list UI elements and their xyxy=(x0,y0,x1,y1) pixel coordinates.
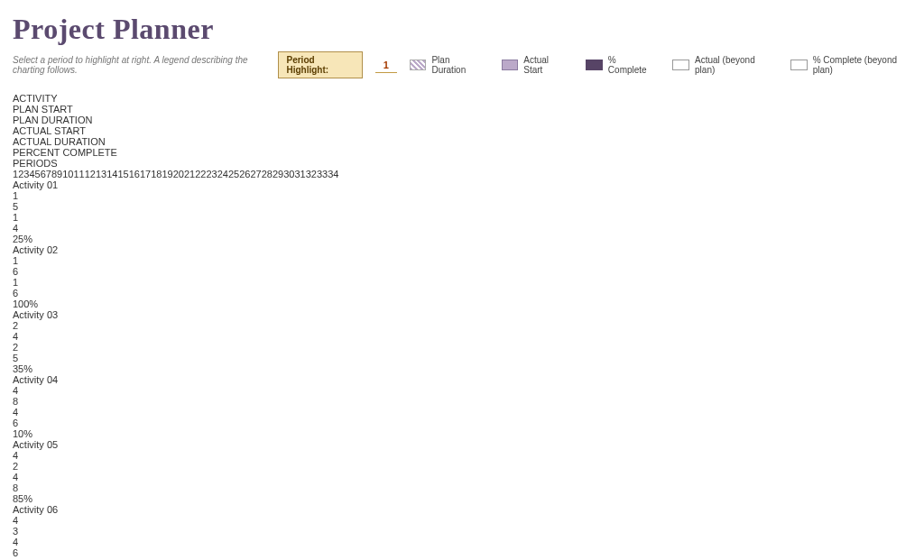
plan-start-value: 4 xyxy=(13,450,911,461)
plan-start-value: 1 xyxy=(13,255,911,266)
hint-text: Select a period to highlight at right. A… xyxy=(13,55,265,75)
plan-start-value: 1 xyxy=(13,190,911,201)
plan-start-value: 4 xyxy=(13,515,911,526)
actual-start-value: 1 xyxy=(13,277,911,288)
table-row: Activity 03242535% xyxy=(13,309,911,374)
plan-duration-value: 3 xyxy=(13,526,911,537)
table-row: Activity 04484610% xyxy=(13,374,911,439)
actual-start-value: 4 xyxy=(13,537,911,547)
swatch-pct-complete xyxy=(586,60,603,70)
col-plan-duration: PLAN DURATION xyxy=(13,115,911,125)
col-plan-start: PLAN START xyxy=(13,104,911,115)
table-row: Activity 01151425% xyxy=(13,179,911,244)
legend: Plan Duration Actual Start % Complete Ac… xyxy=(410,55,911,75)
period-header-32: 32 xyxy=(306,169,317,179)
table-row: Activity 05424885% xyxy=(13,439,911,504)
actual-duration-value: 4 xyxy=(13,223,911,234)
swatch-actual-start xyxy=(502,60,519,70)
period-highlight-label: Period Highlight: xyxy=(286,55,328,75)
col-percent-complete: PERCENT COMPLETE xyxy=(13,147,911,158)
periods-header-row: 1234567891011121314151617181920212223242… xyxy=(13,169,911,179)
percent-complete-value: 85% xyxy=(13,493,911,504)
plan-duration-value: 5 xyxy=(13,201,911,212)
activity-name: Activity 05 xyxy=(13,439,911,450)
period-header-20: 20 xyxy=(173,169,184,179)
period-header-14: 14 xyxy=(106,169,117,179)
actual-start-value: 1 xyxy=(13,212,911,223)
col-activity: ACTIVITY xyxy=(13,93,911,104)
column-headers: ACTIVITY PLAN START PLAN DURATION ACTUAL… xyxy=(13,93,911,179)
controls-row: Select a period to highlight at right. A… xyxy=(13,51,911,78)
percent-complete-value: 100% xyxy=(13,298,911,309)
gantt-rows: Activity 01151425%Activity 021616100%Act… xyxy=(13,179,911,560)
actual-start-value: 4 xyxy=(13,472,911,482)
period-header-16: 16 xyxy=(129,169,140,179)
legend-plan-duration: Plan Duration xyxy=(431,55,482,75)
col-actual-duration: ACTUAL DURATION xyxy=(13,136,911,147)
plan-duration-value: 4 xyxy=(13,331,911,342)
period-header-18: 18 xyxy=(151,169,162,179)
swatch-pct-complete-beyond xyxy=(790,60,808,70)
plan-duration-value: 6 xyxy=(13,266,911,277)
legend-actual-beyond: Actual (beyond plan) xyxy=(695,55,772,75)
percent-complete-value: 25% xyxy=(13,234,911,244)
activity-name: Activity 06 xyxy=(13,504,911,515)
plan-duration-value: 8 xyxy=(13,396,911,407)
percent-complete-value: 10% xyxy=(13,428,911,439)
period-header-19: 19 xyxy=(162,169,172,179)
col-periods: PERIODS xyxy=(13,158,911,169)
period-header-13: 13 xyxy=(96,169,106,179)
legend-actual-start: Actual Start xyxy=(523,55,567,75)
period-header-17: 17 xyxy=(140,169,151,179)
table-row: Activity 021616100% xyxy=(13,244,911,309)
percent-complete-value: 35% xyxy=(13,363,911,374)
actual-start-value: 2 xyxy=(13,342,911,353)
actual-duration-value: 6 xyxy=(13,288,911,298)
actual-start-value: 4 xyxy=(13,407,911,418)
activity-name: Activity 01 xyxy=(13,179,911,190)
period-header-26: 26 xyxy=(239,169,250,179)
page-title: Project Planner xyxy=(13,13,911,46)
period-header-24: 24 xyxy=(217,169,228,179)
period-header-33: 33 xyxy=(317,169,328,179)
activity-name: Activity 04 xyxy=(13,374,911,385)
period-header-34: 34 xyxy=(328,169,338,179)
activity-name: Activity 02 xyxy=(13,244,911,255)
plan-start-value: 4 xyxy=(13,385,911,396)
legend-pct-complete-beyond: % Complete (beyond plan) xyxy=(813,55,911,75)
period-highlight-box: Period Highlight: xyxy=(278,51,362,78)
actual-duration-value: 5 xyxy=(13,353,911,363)
actual-duration-value: 8 xyxy=(13,482,911,493)
period-header-29: 29 xyxy=(273,169,283,179)
period-header-10: 10 xyxy=(62,169,73,179)
period-header-23: 23 xyxy=(206,169,217,179)
swatch-actual-beyond xyxy=(672,60,689,70)
period-header-22: 22 xyxy=(195,169,206,179)
period-header-27: 27 xyxy=(250,169,261,179)
activity-name: Activity 03 xyxy=(13,309,911,320)
period-header-30: 30 xyxy=(283,169,294,179)
actual-duration-value: 6 xyxy=(13,418,911,428)
actual-duration-value: 6 xyxy=(13,547,911,558)
plan-duration-value: 2 xyxy=(13,461,911,472)
period-header-15: 15 xyxy=(117,169,128,179)
period-header-12: 12 xyxy=(85,169,96,179)
legend-pct-complete: % Complete xyxy=(608,55,653,75)
period-header-11: 11 xyxy=(73,169,84,179)
col-actual-start: ACTUAL START xyxy=(13,125,911,136)
period-highlight-input[interactable]: 1 xyxy=(375,58,397,73)
plan-start-value: 2 xyxy=(13,320,911,331)
period-header-31: 31 xyxy=(294,169,305,179)
swatch-plan-duration xyxy=(410,60,427,70)
table-row: Activity 06434685% xyxy=(13,504,911,560)
period-header-21: 21 xyxy=(184,169,195,179)
period-header-25: 25 xyxy=(228,169,239,179)
period-header-28: 28 xyxy=(262,169,273,179)
